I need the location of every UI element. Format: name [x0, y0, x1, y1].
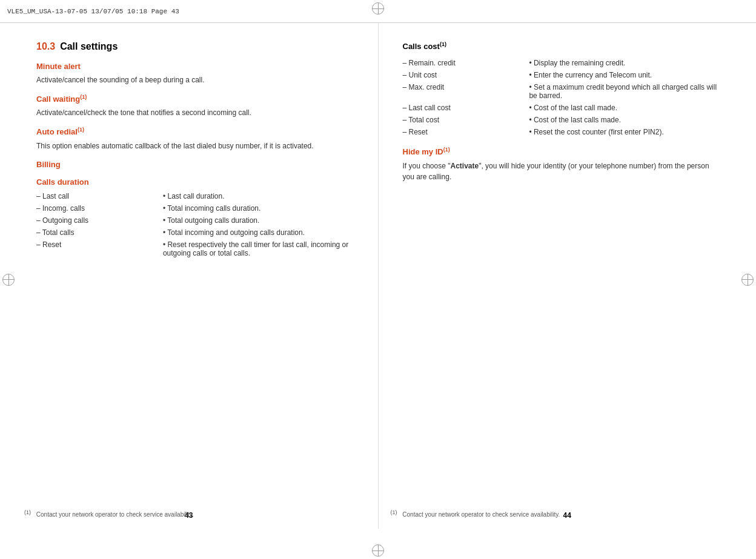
- call-waiting-heading: Call waiting(1): [36, 94, 354, 104]
- hide-my-id-body: If you choose "Activate", you will hide …: [403, 160, 720, 182]
- table-row: – Remain. credit • Display the remaining…: [403, 57, 720, 69]
- cost-row-1-right: • Display the remaining credit.: [523, 57, 720, 69]
- cost-row-2-left: – Unit cost: [403, 69, 523, 81]
- table-row: – Max. credit • Set a maximum credit bey…: [403, 81, 720, 102]
- cost-row-2-right: • Enter the currency and Telecom unit.: [523, 69, 720, 81]
- table-row: – Reset • Reset respectively the call ti…: [36, 239, 354, 259]
- calls-duration-heading: Calls duration: [36, 177, 354, 187]
- minute-alert-heading: Minute alert: [36, 62, 354, 71]
- duration-row-3-left: – Outgoing calls: [36, 214, 157, 227]
- table-row: – Incomg. calls • Total incoming calls d…: [36, 202, 354, 214]
- duration-row-3-right: • Total outgoing calls duration.: [157, 214, 354, 227]
- right-page: Calls cost(1) – Remain. credit • Display…: [379, 23, 757, 529]
- duration-row-4-right: • Total incoming and outgoing calls dura…: [157, 227, 354, 239]
- section-main-title: 10.3 Call settings: [36, 41, 354, 52]
- cost-row-6-left: – Reset: [403, 126, 523, 138]
- calls-cost-table: – Remain. credit • Display the remaining…: [403, 57, 720, 138]
- left-page: 10.3 Call settings Minute alert Activate…: [0, 23, 379, 529]
- cost-row-3-left: – Max. credit: [403, 81, 523, 102]
- table-row: – Outgoing calls • Total outgoing calls …: [36, 214, 354, 227]
- table-row: – Total calls • Total incoming and outgo…: [36, 227, 354, 239]
- table-row: – Reset • Reset the cost counter (first …: [403, 126, 720, 138]
- minute-alert-body: Activate/cancel the sounding of a beep d…: [36, 74, 354, 85]
- duration-row-5-right: • Reset respectively the call timer for …: [157, 239, 354, 259]
- duration-row-2-left: – Incomg. calls: [36, 202, 157, 214]
- reg-mark-bottom: [372, 544, 384, 557]
- calls-duration-table: – Last call • Last call duration. – Inco…: [36, 190, 354, 259]
- footer-note-left: (1) Contact your network operator to che…: [24, 509, 366, 518]
- auto-redial-body: This option enables automatic callback o…: [36, 141, 354, 151]
- footer-note-right: (1) Contact your network operator to che…: [391, 509, 732, 518]
- content-wrapper: 10.3 Call settings Minute alert Activate…: [0, 23, 756, 529]
- duration-row-1-right: • Last call duration.: [157, 190, 354, 202]
- table-row: – Last call cost • Cost of the last call…: [403, 102, 720, 114]
- auto-redial-heading: Auto redial(1): [36, 127, 354, 136]
- cost-row-5-right: • Cost of the last calls made.: [523, 114, 720, 126]
- table-row: – Total cost • Cost of the last calls ma…: [403, 114, 720, 126]
- duration-row-1-left: – Last call: [36, 190, 157, 202]
- cost-row-4-left: – Last call cost: [403, 102, 523, 114]
- cost-row-4-right: • Cost of the last call made.: [523, 102, 720, 114]
- billing-heading: Billing: [36, 160, 354, 169]
- header-bar: VLE5_UM_USA-13-07-05 13/07/05 10:18 Page…: [0, 0, 756, 23]
- cost-row-5-left: – Total cost: [403, 114, 523, 126]
- section-number: 10.3: [36, 41, 55, 52]
- duration-row-2-right: • Total incoming calls duration.: [157, 202, 354, 214]
- call-waiting-body: Activate/cancel/check the tone that noti…: [36, 107, 354, 118]
- cost-row-6-right: • Reset the cost counter (first enter PI…: [523, 126, 720, 138]
- cost-row-3-right: • Set a maximum credit beyond which all …: [523, 81, 720, 102]
- table-row: – Unit cost • Enter the currency and Tel…: [403, 69, 720, 81]
- table-row: – Last call • Last call duration.: [36, 190, 354, 202]
- hide-my-id-heading: Hide my ID(1): [403, 147, 720, 156]
- header-text: VLE5_UM_USA-13-07-05 13/07/05 10:18 Page…: [7, 8, 179, 15]
- duration-row-4-left: – Total calls: [36, 227, 157, 239]
- duration-row-5-left: – Reset: [36, 239, 157, 259]
- cost-row-1-left: – Remain. credit: [403, 57, 523, 69]
- calls-cost-heading: Calls cost(1): [403, 41, 720, 51]
- section-title: Call settings: [60, 41, 118, 52]
